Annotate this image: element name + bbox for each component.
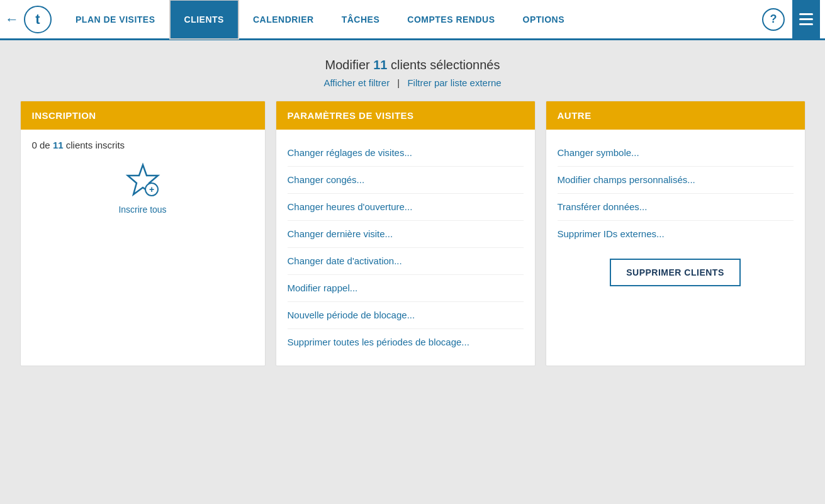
list-item: Supprimer IDs externes... (558, 221, 794, 247)
autre-list: Changer symbole... Modifier champs perso… (558, 140, 794, 247)
autre-panel: AUTRE Changer symbole... Modifier champs… (546, 101, 805, 366)
nav-item-calendrier[interactable]: CALENDRIER (239, 0, 328, 40)
list-item: Changer symbole... (558, 140, 794, 167)
list-item: Modifier champs personnalisés... (558, 167, 794, 194)
inscription-count: 0 de 11 clients inscrits (32, 140, 254, 150)
menu-button[interactable] (792, 0, 820, 40)
changer-conges-link[interactable]: Changer congés... (288, 174, 365, 185)
visit-params-body: Changer réglages de visites... Changer c… (276, 130, 535, 366)
main-content: INSCRIPTION 0 de 11 clients inscrits + I… (10, 101, 816, 381)
nav-item-comptes-rendus[interactable]: COMPTES RENDUS (393, 0, 508, 40)
help-button[interactable]: ? (762, 8, 785, 31)
navbar: ← t PLAN DE VISITES CLIENTS CALENDRIER T… (0, 0, 825, 40)
inscrire-tous-link[interactable]: Inscrire tous (118, 204, 166, 215)
star-icon[interactable]: + (124, 162, 162, 199)
nav-item-plan-visites[interactable]: PLAN DE VISITES (62, 0, 169, 40)
autre-panel-header: AUTRE (546, 101, 805, 130)
page-title: Modifier 11 clients sélectionnés (10, 58, 815, 72)
nav-item-taches[interactable]: TÂCHES (328, 0, 394, 40)
inscription-panel-body: 0 de 11 clients inscrits + Inscrire tous (21, 130, 265, 225)
inscription-count-prefix: 0 de (32, 140, 53, 150)
inscription-count-suffix: clients inscrits (64, 140, 125, 150)
page-header-links: Afficher et filtrer | Filtrer par liste … (10, 77, 815, 88)
nouvelle-periode-blocage-link[interactable]: Nouvelle période de blocage... (288, 310, 415, 320)
back-button[interactable]: ← (5, 11, 19, 28)
list-item: Changer dernière visite... (288, 221, 524, 248)
title-prefix: Modifier (325, 58, 374, 72)
list-item: Changer date d'activation... (288, 248, 524, 275)
modifier-rappel-link[interactable]: Modifier rappel... (288, 283, 358, 293)
page-header: Modifier 11 clients sélectionnés Affiche… (0, 40, 825, 101)
supprimer-ids-externes-link[interactable]: Supprimer IDs externes... (558, 228, 665, 239)
list-item: Changer heures d'ouverture... (288, 194, 524, 221)
supprimer-clients-button[interactable]: SUPPRIMER CLIENTS (610, 259, 741, 286)
transferer-donnees-link[interactable]: Transférer données... (558, 201, 648, 212)
menu-line-1 (799, 13, 813, 15)
nav-item-options[interactable]: OPTIONS (509, 0, 579, 40)
menu-line-3 (799, 23, 813, 25)
list-item: Nouvelle période de blocage... (288, 302, 524, 329)
changer-derniere-visite-link[interactable]: Changer dernière visite... (288, 228, 393, 239)
visit-params-list: Changer réglages de visites... Changer c… (288, 140, 524, 356)
list-item: Changer congés... (288, 167, 524, 194)
visit-params-header: PARAMÈTRES DE VISITES (276, 101, 535, 130)
filtrer-liste-externe-link[interactable]: Filtrer par liste externe (407, 77, 501, 88)
logo: t (24, 6, 52, 33)
inscription-panel-header: INSCRIPTION (21, 101, 265, 130)
nav-right: ? (762, 0, 820, 40)
autre-panel-body: Changer symbole... Modifier champs perso… (546, 130, 805, 296)
inscription-panel: INSCRIPTION 0 de 11 clients inscrits + I… (20, 101, 266, 366)
list-item: Supprimer toutes les périodes de blocage… (288, 329, 524, 356)
list-item: Modifier rappel... (288, 275, 524, 302)
modifier-champs-perso-link[interactable]: Modifier champs personnalisés... (558, 174, 695, 185)
title-count: 11 (373, 58, 387, 72)
afficher-filtrer-link[interactable]: Afficher et filtrer (323, 77, 390, 88)
svg-text:+: + (149, 184, 154, 194)
inscription-count-number: 11 (53, 140, 64, 150)
changer-heures-ouverture-link[interactable]: Changer heures d'ouverture... (288, 201, 413, 212)
changer-date-activation-link[interactable]: Changer date d'activation... (288, 255, 402, 266)
list-item: Changer réglages de visites... (288, 140, 524, 167)
changer-symbole-link[interactable]: Changer symbole... (558, 147, 639, 158)
list-item: Transférer données... (558, 194, 794, 221)
menu-line-2 (799, 18, 813, 20)
supprimer-periodes-blocage-link[interactable]: Supprimer toutes les périodes de blocage… (288, 337, 469, 347)
changer-reglages-link[interactable]: Changer réglages de visites... (288, 147, 412, 158)
inscription-star-container: + Inscrire tous (32, 162, 254, 215)
nav-item-clients[interactable]: CLIENTS (169, 0, 239, 40)
visit-params-panel: PARAMÈTRES DE VISITES Changer réglages d… (276, 101, 536, 366)
title-suffix: clients sélectionnés (387, 58, 500, 72)
pipe-separator: | (397, 77, 400, 88)
nav-items: PLAN DE VISITES CLIENTS CALENDRIER TÂCHE… (62, 0, 762, 40)
